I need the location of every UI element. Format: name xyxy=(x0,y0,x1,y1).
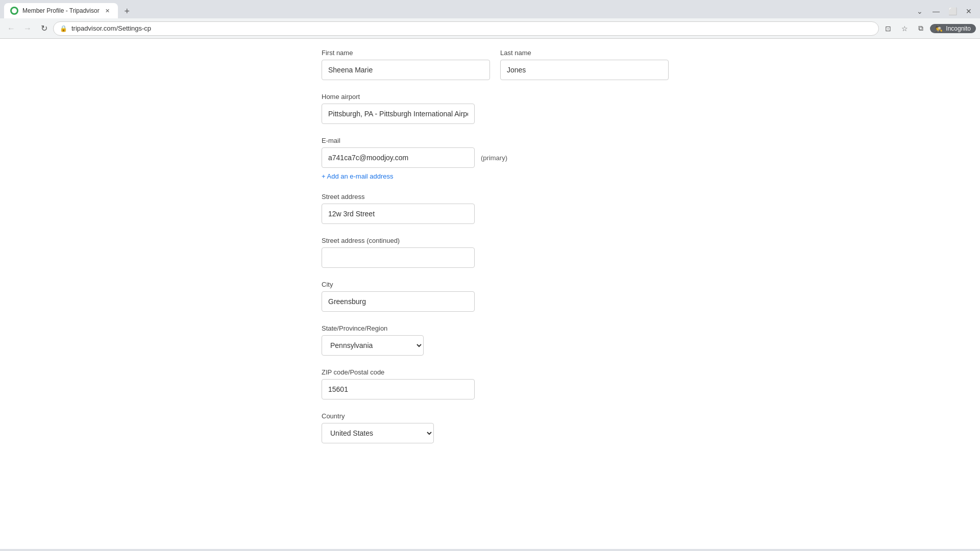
city-input[interactable] xyxy=(322,291,475,312)
name-row: First name Last name xyxy=(322,49,669,80)
street-address-continued-group: Street address (continued) xyxy=(322,236,669,268)
active-tab[interactable]: Member Profile - Tripadvisor ✕ xyxy=(4,3,118,18)
back-button[interactable]: ← xyxy=(4,21,18,36)
first-name-group: First name xyxy=(322,49,490,80)
restore-button[interactable]: ⬜ xyxy=(945,4,960,18)
zip-group: ZIP code/Postal code xyxy=(322,368,669,399)
country-select[interactable]: United States Canada United Kingdom Aust… xyxy=(322,423,434,443)
lock-icon: 🔒 xyxy=(60,25,67,32)
email-label: E-mail xyxy=(322,137,340,144)
close-button[interactable]: ✕ xyxy=(962,4,976,18)
new-tab-button[interactable]: + xyxy=(120,4,134,18)
tab-favicon xyxy=(10,7,18,15)
toolbar-right: ⊡ ☆ ⧉ 🕵 Incognito xyxy=(881,21,976,36)
first-name-label: First name xyxy=(322,49,490,57)
country-group: Country United States Canada United King… xyxy=(322,412,669,443)
primary-label: (primary) xyxy=(481,154,507,162)
tab-title: Member Profile - Tripadvisor xyxy=(22,7,100,14)
incognito-label: Incognito xyxy=(946,25,971,32)
state-group: State/Province/Region Pennsylvania Alaba… xyxy=(322,324,669,356)
email-group: E-mail (primary) + Add an e-mail address xyxy=(322,136,669,180)
window-controls: ⌄ — ⬜ ✕ xyxy=(913,4,976,18)
city-group: City xyxy=(322,280,669,312)
first-name-input[interactable] xyxy=(322,60,490,80)
last-name-label: Last name xyxy=(500,49,669,57)
bookmark-icon[interactable]: ☆ xyxy=(897,21,912,36)
minimize-button[interactable]: — xyxy=(929,4,943,18)
last-name-input[interactable] xyxy=(500,60,669,80)
last-name-group: Last name xyxy=(500,49,669,80)
email-input[interactable] xyxy=(322,147,475,168)
forward-button[interactable]: → xyxy=(20,21,35,36)
state-label: State/Province/Region xyxy=(322,324,387,332)
tab-search-button[interactable]: ⌄ xyxy=(913,4,927,18)
tab-bar: Member Profile - Tripadvisor ✕ + ⌄ — ⬜ ✕ xyxy=(0,0,980,18)
city-label: City xyxy=(322,281,333,288)
tab-groups-icon[interactable]: ⧉ xyxy=(914,21,928,36)
settings-form: First name Last name Home airport E-mail xyxy=(322,39,669,549)
home-airport-input[interactable] xyxy=(322,104,475,124)
street-address-continued-input[interactable] xyxy=(322,247,475,268)
incognito-icon: 🕵 xyxy=(935,25,943,32)
street-address-group: Street address xyxy=(322,192,669,224)
country-label: Country xyxy=(322,412,345,420)
address-bar[interactable]: 🔒 tripadvisor.com/Settings-cp xyxy=(53,21,879,36)
cast-icon[interactable]: ⊡ xyxy=(881,21,895,36)
tab-close-button[interactable]: ✕ xyxy=(104,7,112,15)
street-address-continued-label: Street address (continued) xyxy=(322,237,400,244)
state-select[interactable]: Pennsylvania Alabama Alaska Arizona Cali… xyxy=(322,335,424,356)
street-address-input[interactable] xyxy=(322,204,475,224)
zip-input[interactable] xyxy=(322,379,475,399)
url-display: tripadvisor.com/Settings-cp xyxy=(71,24,872,32)
browser-window: Member Profile - Tripadvisor ✕ + ⌄ — ⬜ ✕… xyxy=(0,0,980,551)
home-airport-label: Home airport xyxy=(322,93,360,101)
page-content: First name Last name Home airport E-mail xyxy=(0,39,980,549)
home-airport-group: Home airport xyxy=(322,92,669,124)
zip-label: ZIP code/Postal code xyxy=(322,368,384,376)
reload-button[interactable]: ↻ xyxy=(37,21,51,36)
add-email-link[interactable]: + Add an e-mail address xyxy=(322,172,394,180)
street-address-label: Street address xyxy=(322,193,365,201)
incognito-badge: 🕵 Incognito xyxy=(930,24,976,33)
browser-toolbar: ← → ↻ 🔒 tripadvisor.com/Settings-cp ⊡ ☆ … xyxy=(0,18,980,39)
